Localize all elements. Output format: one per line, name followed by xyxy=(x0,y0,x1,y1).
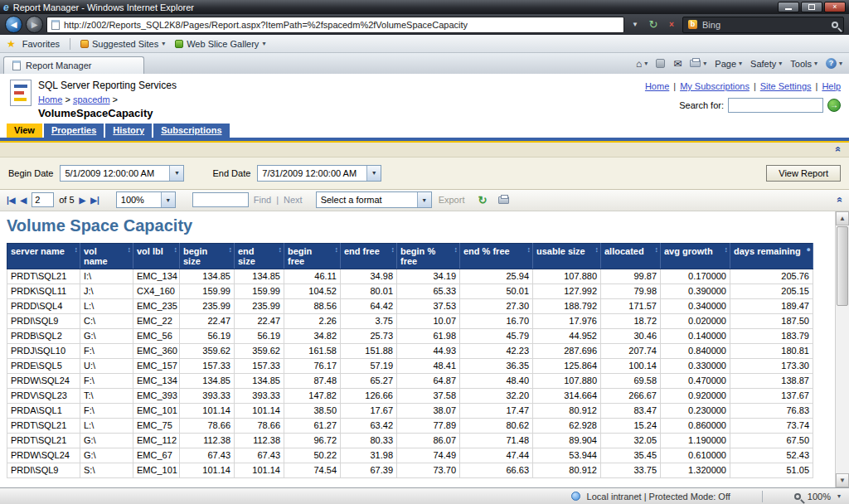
tab-view[interactable]: View xyxy=(7,124,42,138)
zoom-select[interactable]: 100% ▼ xyxy=(116,191,176,208)
table-row: PRDT\SQL21 L:\ EMC_75 78.66 78.66 61.27 … xyxy=(7,418,813,433)
page-menu[interactable]: Page ▾ xyxy=(715,59,742,69)
back-button[interactable]: ◀ xyxy=(5,16,22,33)
home-button[interactable]: ⌂ ▾ xyxy=(636,59,648,69)
column-header[interactable]: avg growth ↕ xyxy=(661,243,730,269)
column-header[interactable]: allocated ↕ xyxy=(601,243,661,269)
mail-icon: ✉ xyxy=(673,59,682,69)
column-header[interactable]: end % free ↕ xyxy=(460,243,533,269)
suggested-sites-link[interactable]: Suggested Sites ▾ xyxy=(80,39,165,49)
sort-icon[interactable]: ↕ xyxy=(655,245,659,254)
refresh-report-icon[interactable]: ↻ xyxy=(478,194,487,206)
tab-history[interactable]: History xyxy=(105,124,152,138)
column-header[interactable]: end free ↕ xyxy=(341,243,397,269)
cell-begin-size: 393.33 xyxy=(180,388,235,403)
sort-icon[interactable]: ↕ xyxy=(279,245,283,254)
scroll-down-icon[interactable]: ▼ xyxy=(836,473,849,487)
column-header[interactable]: vol name ↕ xyxy=(80,243,133,269)
print-button[interactable]: ▾ xyxy=(690,60,706,67)
column-header[interactable]: server name ↕ xyxy=(7,243,80,269)
scroll-up-icon[interactable]: ▲ xyxy=(836,211,849,225)
search-box[interactable]: b Bing xyxy=(682,17,844,33)
search-go-icon[interactable]: → xyxy=(827,99,841,112)
tools-menu[interactable]: Tools ▾ xyxy=(790,59,817,69)
breadcrumb-home-link[interactable]: Home xyxy=(38,94,62,104)
chevron-down-icon: ▾ xyxy=(162,40,165,47)
sort-icon[interactable]: ● xyxy=(807,245,811,254)
column-header[interactable]: usable size ↕ xyxy=(533,243,601,269)
refresh-icon[interactable]: ↻ xyxy=(646,17,661,33)
minimize-button[interactable] xyxy=(778,2,799,12)
tab-properties[interactable]: Properties xyxy=(44,124,104,138)
cell-begin-size: 101.14 xyxy=(180,403,235,418)
begin-date-select[interactable]: 5/1/2009 12:00:00 AM ▼ xyxy=(60,165,184,182)
column-header[interactable]: vol lbl ↕ xyxy=(133,243,180,269)
collapse-parameters-icon[interactable]: » xyxy=(832,147,844,153)
sort-icon[interactable]: ↕ xyxy=(174,245,178,254)
column-header[interactable]: days remaining ● xyxy=(730,243,813,269)
sort-icon[interactable]: ↕ xyxy=(725,245,729,254)
chevron-down-icon[interactable]: ▼ xyxy=(169,166,183,181)
find-link[interactable]: Find xyxy=(254,195,271,205)
site-link-site-settings[interactable]: Site Settings xyxy=(760,81,812,91)
address-dropdown-icon[interactable]: ▼ xyxy=(628,17,643,33)
end-date-select[interactable]: 7/31/2009 12:00:00 AM ▼ xyxy=(257,165,381,182)
print-report-icon[interactable] xyxy=(498,196,509,204)
chevron-down-icon[interactable]: ▾ xyxy=(837,492,841,500)
sort-icon[interactable]: ↕ xyxy=(391,245,395,254)
sort-icon[interactable]: ↕ xyxy=(527,245,531,254)
find-text-input[interactable] xyxy=(192,192,249,207)
previous-page-icon[interactable]: ◀ xyxy=(21,196,27,205)
sort-icon[interactable]: ↕ xyxy=(128,245,132,254)
column-header[interactable]: begin size ↕ xyxy=(180,243,235,269)
sort-icon[interactable]: ↕ xyxy=(454,245,458,254)
search-magnifier-icon[interactable] xyxy=(832,22,838,28)
site-search-input[interactable] xyxy=(728,98,823,113)
cell-usable-size: 287.696 xyxy=(533,343,601,358)
address-field[interactable]: http://z002/Reports_SQL2K8/Pages/Report.… xyxy=(46,17,624,33)
column-header[interactable]: begin free ↕ xyxy=(284,243,341,269)
site-link-my-subscriptions[interactable]: My Subscriptions xyxy=(680,81,750,91)
scrollbar-thumb[interactable] xyxy=(837,226,848,306)
intranet-zone-icon xyxy=(571,492,580,501)
column-header[interactable]: end size ↕ xyxy=(235,243,284,269)
next-link[interactable]: Next xyxy=(284,195,303,205)
sort-icon[interactable]: ↕ xyxy=(335,245,339,254)
first-page-icon[interactable]: |◀ xyxy=(7,196,16,205)
report-scrollbar[interactable]: ▲ ▼ xyxy=(835,211,849,487)
favorites-button[interactable]: ★ Favorites xyxy=(7,38,60,50)
export-format-select[interactable]: Select a format ▼ xyxy=(316,191,432,208)
column-header[interactable]: begin % free ↕ xyxy=(397,243,460,269)
divider xyxy=(70,38,70,50)
cell-vol-lbl: EMC_393 xyxy=(133,388,180,403)
current-page-input[interactable] xyxy=(32,192,54,207)
chevron-down-icon[interactable]: ▼ xyxy=(417,192,431,207)
close-button[interactable]: × xyxy=(824,2,846,12)
stop-icon[interactable]: × xyxy=(664,17,679,33)
site-link-help[interactable]: Help xyxy=(822,81,841,91)
sort-icon[interactable]: ↕ xyxy=(75,245,79,254)
cell-days-remaining: 51.05 xyxy=(730,463,813,477)
maximize-button[interactable] xyxy=(801,2,822,12)
cell-usable-size: 80.912 xyxy=(533,463,601,477)
web-slice-gallery-link[interactable]: Web Slice Gallery ▾ xyxy=(175,39,265,49)
site-link-home[interactable]: Home xyxy=(645,81,669,91)
browser-tab-report-manager[interactable]: Report Manager xyxy=(3,56,144,74)
next-page-icon[interactable]: ▶ xyxy=(80,196,86,205)
sort-icon[interactable]: ↕ xyxy=(595,245,599,254)
collapse-toolbar-icon[interactable]: » xyxy=(834,197,846,203)
help-menu[interactable]: ? ▾ xyxy=(826,58,842,69)
sort-icon[interactable]: ↕ xyxy=(229,245,233,254)
feeds-button[interactable] xyxy=(656,59,665,68)
tab-subscriptions[interactable]: Subscriptions xyxy=(153,124,229,138)
breadcrumb-folder-link[interactable]: spacedm xyxy=(73,94,110,104)
read-mail-button[interactable]: ✉ xyxy=(673,59,682,69)
last-page-icon[interactable]: ▶| xyxy=(90,196,99,205)
view-report-button[interactable]: View Report xyxy=(766,165,841,182)
cell-days-remaining: 205.15 xyxy=(730,284,813,298)
safety-menu[interactable]: Safety ▾ xyxy=(750,59,782,69)
forward-button[interactable]: ▶ xyxy=(26,16,43,33)
chevron-down-icon[interactable]: ▼ xyxy=(161,192,175,207)
export-link[interactable]: Export xyxy=(439,195,465,205)
chevron-down-icon[interactable]: ▼ xyxy=(366,166,381,181)
